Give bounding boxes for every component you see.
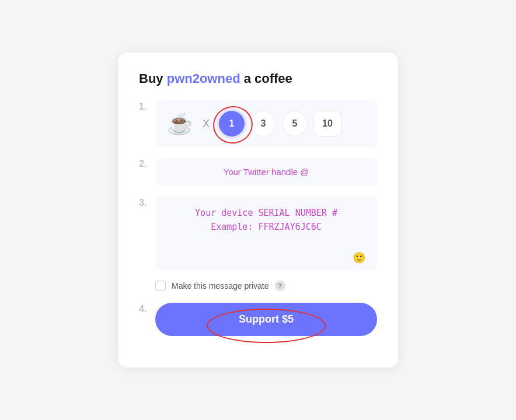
private-checkbox[interactable] bbox=[155, 281, 166, 291]
serial-number-input[interactable] bbox=[167, 206, 365, 247]
step-2-content bbox=[155, 158, 377, 186]
step-2-row: 2. bbox=[139, 158, 377, 186]
qty-btn-3[interactable]: 3 bbox=[250, 111, 276, 136]
private-label: Make this message private bbox=[172, 281, 269, 290]
qty-options: 1 3 5 10 bbox=[219, 111, 341, 136]
step-1-row: 1. ☕ X 1 3 5 10 bbox=[139, 100, 377, 147]
qty-btn-10[interactable]: 10 bbox=[313, 111, 341, 136]
username-highlight: pwn2owned bbox=[167, 71, 240, 86]
step-4-content: Support $5 bbox=[155, 303, 377, 336]
twitter-handle-input[interactable] bbox=[155, 158, 377, 186]
step-4-row: 4. Support $5 bbox=[139, 303, 377, 336]
buy-coffee-card: Buy pwn2owned a coffee 1. ☕ X 1 3 5 10 2… bbox=[118, 52, 398, 368]
private-help-icon[interactable]: ? bbox=[275, 281, 285, 291]
qty-1-wrapper: 1 bbox=[219, 111, 245, 136]
support-button[interactable]: Support $5 bbox=[155, 303, 377, 336]
coffee-icon: ☕ bbox=[167, 113, 193, 134]
step-3-row: 3. 🙂 bbox=[139, 197, 377, 270]
step-3-content: 🙂 bbox=[155, 197, 377, 270]
step-4-number: 4. bbox=[139, 303, 155, 314]
qty-btn-1[interactable]: 1 bbox=[219, 111, 245, 136]
card-title: Buy pwn2owned a coffee bbox=[139, 71, 377, 86]
step-3-number: 3. bbox=[139, 197, 155, 208]
serial-input-wrapper: 🙂 bbox=[155, 197, 377, 270]
coffee-selector: ☕ X 1 3 5 10 bbox=[155, 100, 377, 147]
times-sign: X bbox=[203, 118, 210, 130]
support-btn-wrapper: Support $5 bbox=[155, 303, 377, 336]
emoji-picker-icon[interactable]: 🙂 bbox=[167, 249, 365, 264]
step-1-content: ☕ X 1 3 5 10 bbox=[155, 100, 377, 147]
title-suffix: a coffee bbox=[240, 71, 292, 86]
step-1-number: 1. bbox=[139, 100, 155, 112]
step-2-number: 2. bbox=[139, 158, 155, 169]
qty-btn-5[interactable]: 5 bbox=[282, 111, 308, 136]
private-row: Make this message private ? bbox=[155, 281, 377, 291]
title-prefix: Buy bbox=[139, 71, 167, 86]
